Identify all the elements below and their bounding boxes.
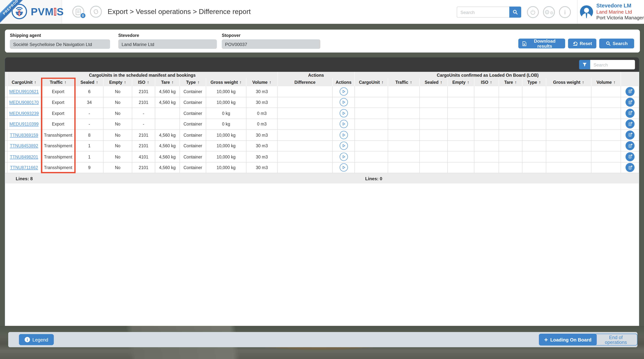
cell-lob-iso xyxy=(474,151,499,162)
cargo-unit-link[interactable]: MEDU9110399 xyxy=(10,122,39,126)
settings-button[interactable]: ⚙⚙ xyxy=(543,6,555,18)
column-header-lob-traffic[interactable]: Traffic↑ xyxy=(388,78,420,86)
cell-lob-empty xyxy=(448,141,474,151)
run-action-button[interactable] xyxy=(340,87,348,95)
column-header-lob-volume[interactable]: Volume↑ xyxy=(592,78,621,86)
add-lob-record-button[interactable] xyxy=(626,120,634,128)
run-action-button[interactable] xyxy=(340,98,348,106)
user-info[interactable]: Stevedore LM Land Marine Ltd Port Victor… xyxy=(596,3,644,21)
column-header-lob-type[interactable]: Type↑ xyxy=(522,78,546,86)
run-action-button[interactable] xyxy=(340,152,348,161)
cell-lob-volume xyxy=(592,97,621,107)
play-icon xyxy=(342,111,346,115)
column-header-manifest-traffic[interactable]: Traffic↑ xyxy=(41,78,76,86)
cargo-unit-link[interactable]: TTNU8369159 xyxy=(10,132,38,137)
add-document-icon xyxy=(628,132,633,138)
cargo-unit-link[interactable]: TTNU8498201 xyxy=(10,154,38,159)
column-header-manifest-sealed[interactable]: Sealed↑ xyxy=(76,78,104,86)
cell-lob-gross_weight xyxy=(546,141,591,151)
cell-sealed: 9 xyxy=(76,162,104,173)
add-lob-record-button[interactable] xyxy=(626,141,634,150)
global-search-button[interactable] xyxy=(509,6,521,18)
column-header-lob-cargounit[interactable]: CargoUnit↑ xyxy=(355,78,388,86)
column-header-lob-gross-weight[interactable]: Gross weight↑ xyxy=(546,78,591,86)
add-lob-record-button[interactable] xyxy=(626,87,634,96)
cell-iso: 2101 xyxy=(132,141,155,151)
run-action-button[interactable] xyxy=(340,109,348,117)
add-lob-record-button[interactable] xyxy=(626,109,634,118)
cell-actions xyxy=(332,162,355,173)
download-results-button[interactable]: Download results xyxy=(518,38,565,48)
cargo-unit-link[interactable]: MEDU9080170 xyxy=(9,100,39,105)
cell-empty: No xyxy=(104,97,132,107)
cargo-unit-link[interactable]: MEDU9910621 xyxy=(9,89,39,94)
run-action-button[interactable] xyxy=(340,120,348,128)
shipping-agent-field[interactable]: Société Seychelloise De Navigation Ltd xyxy=(10,39,110,49)
loading-on-board-button[interactable]: + Loading On Board xyxy=(539,334,597,346)
cell-lob-volume xyxy=(592,162,621,173)
cell-lob-sealed xyxy=(420,119,448,129)
column-header-lob-tare[interactable]: Tare↑ xyxy=(499,78,522,86)
cell-type: Container xyxy=(180,162,206,173)
cargo-unit-link[interactable]: MEDU9093239 xyxy=(9,111,39,116)
column-header-manifest-volume[interactable]: Volume↑ xyxy=(246,78,278,86)
cell-lob-type xyxy=(522,86,546,97)
column-header-manifest-tare[interactable]: Tare↑ xyxy=(155,78,180,86)
cell-lob-type xyxy=(522,97,546,107)
cell-lob-empty xyxy=(448,162,474,173)
add-lob-record-button[interactable] xyxy=(626,98,634,107)
reset-icon xyxy=(572,41,578,46)
stevedore-field[interactable]: Land Marine Ltd xyxy=(118,39,217,49)
cell-empty: No xyxy=(104,162,132,173)
cell-gross_weight: 10,000 kg xyxy=(206,97,246,107)
cell-iso: 2101 xyxy=(132,130,155,140)
run-action-button[interactable] xyxy=(340,131,348,139)
cell-edit xyxy=(621,97,639,107)
cell-sealed: - xyxy=(76,108,104,118)
cell-gross_weight: 10,000 kg xyxy=(206,130,246,140)
documents-button[interactable]: 0 xyxy=(72,6,84,18)
cell-type: Container xyxy=(180,130,206,140)
column-header-manifest-empty[interactable]: Empty↑ xyxy=(104,78,132,86)
add-lob-record-button[interactable] xyxy=(626,152,634,161)
table-filter-button[interactable] xyxy=(579,60,590,69)
cell-type: Container xyxy=(180,141,206,151)
user-avatar[interactable] xyxy=(580,5,593,19)
column-header-manifest-cargounit[interactable]: CargoUnit↑ xyxy=(8,78,41,86)
cargo-unit-link[interactable]: TTNU8453892 xyxy=(10,143,38,148)
add-lob-record-button[interactable] xyxy=(626,163,634,172)
column-header-manifest-type[interactable]: Type↑ xyxy=(180,78,206,86)
cell-edit xyxy=(621,108,639,118)
play-icon xyxy=(342,89,346,93)
reset-button[interactable]: Reset xyxy=(568,38,596,48)
add-lob-record-button[interactable] xyxy=(626,130,634,139)
search-filter-button[interactable]: Search xyxy=(599,38,634,48)
add-document-icon xyxy=(628,154,633,159)
refresh-button[interactable] xyxy=(90,6,102,18)
cell-iso: - xyxy=(132,119,155,129)
run-action-button[interactable] xyxy=(340,163,348,172)
funnel-icon xyxy=(582,62,587,67)
cargo-unit-link[interactable]: TTNU8711662 xyxy=(10,165,38,170)
column-header-manifest-iso[interactable]: ISO↑ xyxy=(132,78,155,86)
run-action-button[interactable] xyxy=(340,142,348,150)
column-header-actions-difference: Difference xyxy=(278,78,332,86)
column-header-manifest-gross-weight[interactable]: Gross weight↑ xyxy=(206,78,246,86)
cell-gross_weight: 0 kg xyxy=(206,108,246,118)
cell-traffic: Export xyxy=(41,108,76,118)
column-header-lob-empty[interactable]: Empty↑ xyxy=(448,78,474,86)
add-document-icon xyxy=(628,143,633,149)
cell-lob-tare xyxy=(499,108,522,118)
cell-tare: 4,560 kg xyxy=(155,86,180,97)
logout-button[interactable] xyxy=(527,6,539,18)
app-logo[interactable]: PVMIS xyxy=(31,5,64,17)
legend-button[interactable]: i Legend xyxy=(19,334,54,345)
table-search-input[interactable] xyxy=(590,60,635,69)
end-of-operations-button[interactable]: End of operations xyxy=(594,334,637,346)
info-button[interactable]: i xyxy=(559,6,571,18)
global-search-input[interactable] xyxy=(457,6,509,18)
cell-iso: - xyxy=(132,108,155,118)
stopover-field[interactable]: POV00037 xyxy=(222,39,320,49)
column-header-lob-iso[interactable]: ISO↑ xyxy=(474,78,499,86)
column-header-lob-sealed[interactable]: Sealed↑ xyxy=(420,78,448,86)
